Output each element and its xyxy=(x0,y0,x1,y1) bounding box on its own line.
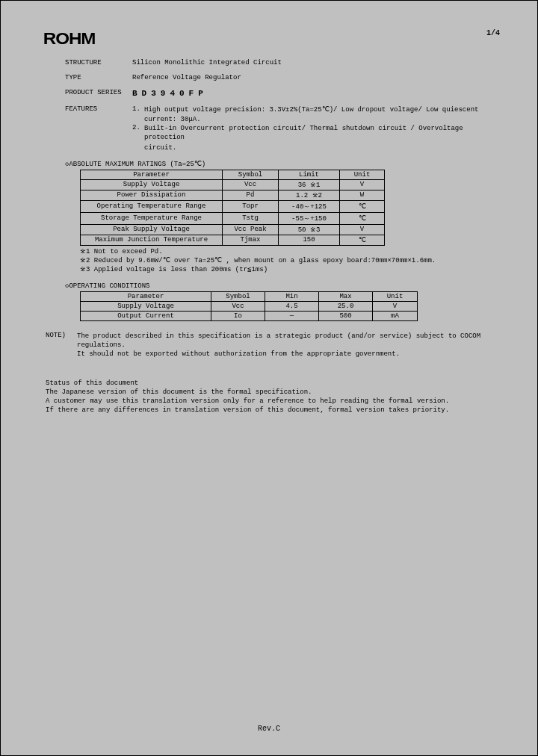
type-label: TYPE xyxy=(65,74,132,81)
cell: ℃ xyxy=(340,212,385,224)
structure-label: STRUCTURE xyxy=(65,59,132,66)
th-param: Parameter xyxy=(81,292,211,302)
cell: W xyxy=(340,190,385,200)
table-row: Maximum Junction TemperatureTjmax150℃ xyxy=(81,235,385,245)
abs-max-title: ◇ABSOLUTE MAXIMUM RATINGS (Ta=25℃) xyxy=(65,160,500,168)
cell: ℃ xyxy=(340,200,385,212)
cell: Storage Temperature Range xyxy=(81,212,223,224)
cell: -55～+150 xyxy=(279,212,340,224)
cell: Operating Temperature Range xyxy=(81,200,223,212)
status-line: If there are any differences in translat… xyxy=(46,406,500,415)
th-min: Min xyxy=(265,292,319,302)
th-param: Parameter xyxy=(81,170,223,179)
note-label: NOTE) xyxy=(46,332,77,359)
table-row: Storage Temperature RangeTstg-55～+150℃ xyxy=(81,212,385,224)
table-row: Power DissipationPd1.2 ※2W xyxy=(81,190,385,200)
feature-num: 1. xyxy=(132,105,144,114)
feature-text: Built-in Overcurrent protection circuit/… xyxy=(144,124,500,142)
cell: Tstg xyxy=(223,212,279,224)
cell: Power Dissipation xyxy=(81,190,223,200)
revision: Rev.C xyxy=(1,725,537,733)
features-label: FEATURES xyxy=(65,105,132,152)
op-cond-title: ◇OPERATING CONDITIONS xyxy=(65,282,500,290)
note-line: ※1 Not to exceed Pd. xyxy=(80,247,500,256)
feature-num: 2. xyxy=(132,124,144,142)
th-unit: Unit xyxy=(340,170,385,179)
type-value: Reference Voltage Regulator xyxy=(132,74,500,81)
cell: ℃ xyxy=(340,235,385,245)
cell: Vcc Peak xyxy=(223,224,279,235)
cell: Vcc xyxy=(211,302,265,312)
status-line: Status of this document xyxy=(46,379,500,388)
cell: 4.5 xyxy=(265,302,319,312)
cell: Supply Voltage xyxy=(81,302,211,312)
cell: V xyxy=(340,224,385,235)
cell: V xyxy=(340,179,385,190)
cell: Maximum Junction Temperature xyxy=(81,235,223,245)
th-symbol: Symbol xyxy=(223,170,279,179)
cell: 36 ※1 xyxy=(279,179,340,190)
cell: Supply Voltage xyxy=(81,179,223,190)
abs-max-table: Parameter Symbol Limit Unit Supply Volta… xyxy=(80,170,385,246)
table-row: Operating Temperature RangeTopr-40～+125℃ xyxy=(81,200,385,212)
cell: 500 xyxy=(319,312,373,321)
cell: V xyxy=(373,302,418,312)
cell: — xyxy=(265,312,319,321)
status-line: A customer may use this translation vers… xyxy=(46,397,500,406)
table-row: Output CurrentIo—500mA xyxy=(81,312,418,321)
structure-value: Silicon Monolithic Integrated Circuit xyxy=(132,59,500,66)
cell: Output Current xyxy=(81,312,211,321)
product-series: BD3940FP xyxy=(132,89,500,98)
table-row: Supply VoltageVcc36 ※1V xyxy=(81,179,385,190)
cell: Io xyxy=(211,312,265,321)
th-limit: Limit xyxy=(279,170,340,179)
logo: ROHM xyxy=(43,29,96,49)
cell: mA xyxy=(373,312,418,321)
page-number: 1/4 xyxy=(486,29,500,37)
cell: Peak Supply Voltage xyxy=(81,224,223,235)
cell: Topr xyxy=(223,200,279,212)
note-line: ※3 Applied voltage is less than 200ms (t… xyxy=(80,265,500,274)
th-unit: Unit xyxy=(373,292,418,302)
cell: Vcc xyxy=(223,179,279,190)
status-line: The Japanese version of this document is… xyxy=(46,388,500,397)
series-label: PRODUCT SERIES xyxy=(65,89,132,98)
cell: Pd xyxy=(223,190,279,200)
feature-cont: circuit. xyxy=(132,143,500,152)
note-line: The product described in this specificat… xyxy=(77,332,500,350)
note-line: ※2 Reduced by 9.6mW/℃ over Ta=25℃ , when… xyxy=(80,256,500,265)
op-cond-table: Parameter Symbol Min Max Unit Supply Vol… xyxy=(80,291,418,321)
abs-max-notes: ※1 Not to exceed Pd. ※2 Reduced by 9.6mW… xyxy=(80,247,500,274)
features-list: 1. High output voltage precision: 3.3V±2… xyxy=(132,105,500,152)
table-row: Supply VoltageVcc4.525.0V xyxy=(81,302,418,312)
th-max: Max xyxy=(319,292,373,302)
cell: 25.0 xyxy=(319,302,373,312)
status-block: Status of this document The Japanese ver… xyxy=(46,379,500,415)
feature-text: High output voltage precision: 3.3V±2%(T… xyxy=(144,105,500,114)
cell: 50 ※3 xyxy=(279,224,340,235)
th-symbol: Symbol xyxy=(211,292,265,302)
note-line: It should not be exported without author… xyxy=(77,350,500,359)
cell: Tjmax xyxy=(223,235,279,245)
feature-cont: current: 30μA. xyxy=(132,115,500,124)
note-text: The product described in this specificat… xyxy=(77,332,500,359)
cell: 1.2 ※2 xyxy=(279,190,340,200)
cell: -40～+125 xyxy=(279,200,340,212)
cell: 150 xyxy=(279,235,340,245)
table-row: Peak Supply VoltageVcc Peak50 ※3V xyxy=(81,224,385,235)
